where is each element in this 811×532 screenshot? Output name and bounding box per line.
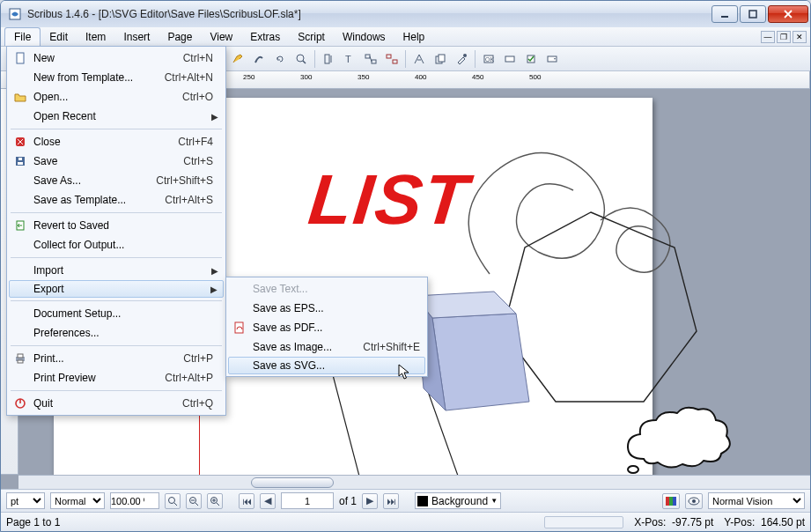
menu-page[interactable]: Page bbox=[159, 27, 201, 46]
save-icon bbox=[12, 153, 28, 169]
svg-line-52 bbox=[195, 503, 198, 506]
first-page-button[interactable]: ⏮ bbox=[239, 493, 254, 509]
svg-rect-59 bbox=[673, 497, 676, 506]
file-menu-dropdown: NewCtrl+N New from Template...Ctrl+Alt+N… bbox=[6, 46, 226, 416]
file-quit[interactable]: QuitCtrl+Q bbox=[9, 394, 224, 413]
ypos-field: Y-Pos: 164.50 pt bbox=[724, 516, 805, 528]
new-file-icon bbox=[12, 50, 28, 66]
file-save-as-template[interactable]: Save as Template...Ctrl+Alt+S bbox=[9, 190, 224, 210]
file-open[interactable]: Open...Ctrl+O bbox=[9, 87, 224, 107]
file-new[interactable]: NewCtrl+N bbox=[9, 48, 224, 68]
eyedropper-tool-icon[interactable] bbox=[452, 49, 471, 69]
file-export[interactable]: Export▶ bbox=[9, 280, 224, 298]
file-open-recent[interactable]: Open Recent▶ bbox=[9, 107, 224, 126]
rotate-tool-icon[interactable] bbox=[270, 49, 290, 69]
menu-script[interactable]: Script bbox=[289, 27, 334, 46]
mdi-minimize-button[interactable]: — bbox=[761, 31, 775, 43]
svg-rect-35 bbox=[439, 55, 445, 62]
menu-file[interactable]: File bbox=[4, 27, 41, 46]
close-file-icon bbox=[12, 134, 28, 150]
window-title: Scribus 1.4.6 - [D:\SVG Editor\Save File… bbox=[27, 8, 710, 20]
preview-mode-icon[interactable] bbox=[685, 493, 703, 509]
xpos-field: X-Pos: -97.75 pt bbox=[634, 516, 713, 528]
link-frames-tool-icon[interactable] bbox=[361, 49, 380, 69]
horizontal-scrollbar[interactable] bbox=[18, 475, 810, 489]
menu-insert[interactable]: Insert bbox=[114, 27, 159, 46]
mdi-close-button[interactable]: ✕ bbox=[793, 31, 807, 43]
minimize-button[interactable] bbox=[711, 5, 738, 23]
svg-line-30 bbox=[370, 56, 372, 62]
export-save-svg[interactable]: Save as SVG... bbox=[228, 357, 425, 374]
file-print[interactable]: Print...Ctrl+P bbox=[9, 349, 224, 368]
file-document-setup[interactable]: Document Setup... bbox=[9, 304, 224, 323]
units-select[interactable]: pt bbox=[6, 492, 45, 509]
cms-toggle-icon[interactable] bbox=[662, 493, 680, 509]
file-save-as[interactable]: Save As...Ctrl+Shift+S bbox=[9, 171, 224, 190]
file-collect-for-output[interactable]: Collect for Output... bbox=[9, 235, 224, 255]
pdf-textfield-icon[interactable] bbox=[500, 49, 520, 69]
close-button[interactable] bbox=[768, 5, 808, 23]
svg-rect-32 bbox=[393, 60, 397, 63]
page-number-input[interactable] bbox=[281, 492, 334, 509]
export-save-eps[interactable]: Save as EPS... bbox=[228, 299, 425, 318]
status-toolbar: pt Normal ⏮ ◀ of 1 ▶ ⏭ Background ▼ Norm… bbox=[1, 489, 810, 512]
svg-point-61 bbox=[692, 499, 696, 503]
folder-open-icon bbox=[12, 89, 28, 105]
svg-rect-2 bbox=[749, 11, 756, 18]
menu-help[interactable]: Help bbox=[394, 27, 434, 46]
menubar: File Edit Item Insert Page View Extras S… bbox=[1, 27, 810, 47]
file-new-from-template[interactable]: New from Template...Ctrl+Alt+N bbox=[9, 68, 224, 87]
file-preferences[interactable]: Preferences... bbox=[9, 323, 224, 343]
zoom-out-button[interactable] bbox=[186, 493, 202, 509]
file-close[interactable]: CloseCtrl+F4 bbox=[9, 132, 224, 151]
statusbar: Page 1 to 1 X-Pos: -97.75 pt Y-Pos: 164.… bbox=[1, 512, 810, 531]
svg-rect-62 bbox=[17, 53, 24, 63]
edit-contents-tool-icon[interactable] bbox=[319, 49, 338, 69]
export-save-pdf[interactable]: Save as PDF... bbox=[228, 318, 425, 337]
layer-select[interactable]: Background ▼ bbox=[415, 492, 501, 509]
file-save[interactable]: SaveCtrl+S bbox=[9, 151, 224, 171]
unlink-frames-tool-icon[interactable] bbox=[382, 49, 402, 69]
last-page-button[interactable]: ⏭ bbox=[383, 493, 399, 509]
svg-rect-31 bbox=[387, 55, 391, 58]
menu-view[interactable]: View bbox=[201, 27, 241, 46]
zoom-100-button[interactable] bbox=[165, 493, 181, 509]
maximize-button[interactable] bbox=[740, 5, 766, 23]
pdf-checkbox-icon[interactable] bbox=[521, 49, 541, 69]
svg-text:OK: OK bbox=[485, 56, 494, 63]
file-print-preview[interactable]: Print PreviewCtrl+Alt+P bbox=[9, 368, 224, 388]
svg-rect-1 bbox=[721, 16, 728, 18]
svg-rect-58 bbox=[669, 497, 673, 506]
export-save-text: Save Text... bbox=[228, 279, 425, 299]
mdi-restore-button[interactable]: ❐ bbox=[777, 31, 791, 43]
svg-rect-65 bbox=[18, 162, 23, 165]
zoom-in-button[interactable] bbox=[207, 493, 223, 509]
freehand-tool-icon[interactable] bbox=[228, 49, 247, 69]
vision-select[interactable]: Normal Vision bbox=[708, 492, 805, 509]
page-total-label: of 1 bbox=[339, 495, 357, 507]
menu-windows[interactable]: Windows bbox=[334, 27, 394, 46]
menu-edit[interactable]: Edit bbox=[41, 27, 77, 46]
export-save-image[interactable]: Save as Image...Ctrl+Shift+E bbox=[228, 337, 425, 357]
preview-quality-select[interactable]: Normal bbox=[50, 492, 105, 509]
svg-point-48 bbox=[169, 497, 175, 503]
pdf-combobox-icon[interactable] bbox=[542, 49, 562, 69]
titlebar: Scribus 1.4.6 - [D:\SVG Editor\Save File… bbox=[1, 1, 810, 27]
menu-extras[interactable]: Extras bbox=[241, 27, 289, 46]
prev-page-button[interactable]: ◀ bbox=[260, 493, 276, 509]
zoom-tool-icon[interactable] bbox=[291, 49, 311, 69]
layer-color-swatch bbox=[417, 496, 428, 506]
pdf-pushbutton-icon[interactable]: OK bbox=[479, 49, 498, 69]
copy-properties-tool-icon[interactable] bbox=[431, 49, 450, 69]
measure-tool-icon[interactable] bbox=[409, 49, 429, 69]
file-import[interactable]: Import▶ bbox=[9, 261, 224, 280]
revert-icon bbox=[12, 218, 28, 233]
svg-point-23 bbox=[297, 55, 304, 62]
zoom-input[interactable] bbox=[110, 492, 159, 509]
next-page-button[interactable]: ▶ bbox=[362, 493, 378, 509]
edit-text-tool-icon[interactable]: T bbox=[340, 49, 359, 69]
file-revert[interactable]: Revert to Saved bbox=[9, 216, 224, 235]
scrollbar-thumb[interactable] bbox=[251, 477, 334, 488]
menu-item[interactable]: Item bbox=[77, 27, 114, 46]
calligraphic-tool-icon[interactable] bbox=[249, 49, 269, 69]
